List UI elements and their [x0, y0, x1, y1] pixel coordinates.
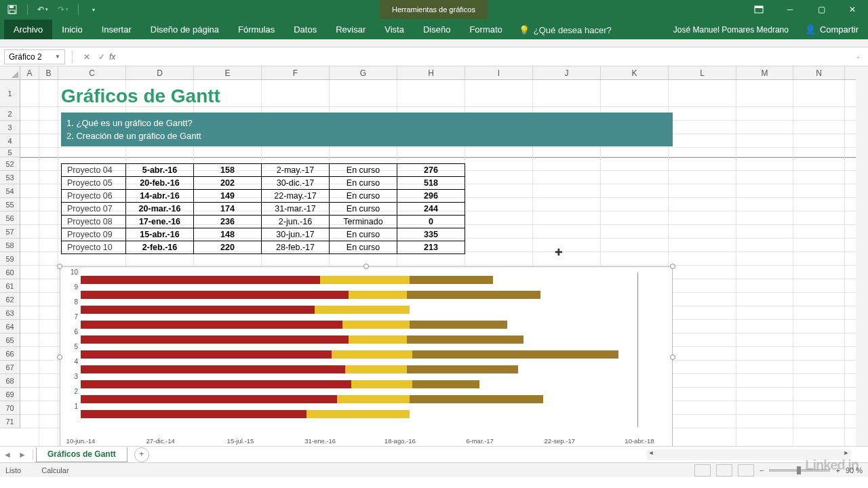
row-header-5[interactable]: 5 — [0, 148, 20, 157]
ribbon-tab-revisar[interactable]: Revisar — [326, 20, 375, 39]
row-header-65[interactable]: 65 — [0, 333, 20, 347]
row-header-1[interactable]: 1 — [0, 80, 20, 107]
chart-bar-segment[interactable] — [349, 291, 407, 299]
chart-bar-segment[interactable] — [81, 336, 349, 344]
accept-formula-icon[interactable]: ✓ — [94, 52, 109, 62]
ribbon-tab-formato[interactable]: Formato — [460, 20, 511, 39]
row-header-57[interactable]: 57 — [0, 225, 20, 239]
row-headers[interactable]: 1234552535455565758596061626364656667686… — [0, 80, 20, 428]
row-header-56[interactable]: 56 — [0, 211, 20, 225]
chart-handle[interactable] — [363, 264, 369, 269]
ribbon-tab-inicio[interactable]: Inicio — [52, 20, 92, 39]
chart-bar-segment[interactable] — [81, 365, 345, 373]
chart-bar-segment[interactable] — [351, 380, 412, 388]
chart-bar-segment[interactable] — [412, 350, 618, 359]
chart-bar-segment[interactable] — [410, 276, 493, 284]
chart-handle[interactable] — [57, 264, 62, 269]
row-header-4[interactable]: 4 — [0, 134, 20, 148]
page-break-view-icon[interactable] — [738, 464, 754, 476]
col-header-H[interactable]: H — [397, 66, 465, 79]
row-header-61[interactable]: 61 — [0, 279, 20, 293]
chart-handle[interactable] — [57, 354, 62, 360]
chart-bar-segment[interactable] — [412, 380, 479, 388]
cancel-formula-icon[interactable]: ✕ — [79, 52, 94, 62]
chart-bar-segment[interactable] — [81, 410, 307, 418]
chart-bar-segment[interactable] — [342, 321, 410, 329]
col-header-F[interactable]: F — [262, 66, 330, 79]
row-header-55[interactable]: 55 — [0, 198, 20, 211]
name-box-dropdown-icon[interactable]: ▼ — [55, 54, 60, 60]
ribbon-tab-diseño[interactable]: Diseño — [414, 20, 460, 39]
row-header-66[interactable]: 66 — [0, 347, 20, 361]
ribbon-tab-datos[interactable]: Datos — [284, 20, 326, 39]
col-header-N[interactable]: N — [793, 66, 845, 79]
row-header-71[interactable]: 71 — [0, 415, 20, 428]
row-header-67[interactable]: 67 — [0, 361, 20, 374]
row-header-63[interactable]: 63 — [0, 306, 20, 320]
minimize-icon[interactable]: ─ — [774, 0, 806, 19]
chart-bar-segment[interactable] — [407, 365, 518, 373]
tab-nav-prev-icon[interactable]: ◄ — [0, 450, 15, 460]
row-header-54[interactable]: 54 — [0, 184, 20, 198]
chart-bar-segment[interactable] — [407, 336, 524, 344]
ribbon-tab-diseño-de-página[interactable]: Diseño de página — [141, 20, 229, 39]
undo-icon[interactable]: ↶▾ — [35, 1, 51, 18]
normal-view-icon[interactable] — [694, 464, 711, 476]
chart-bar-segment[interactable] — [332, 350, 412, 359]
chart-bar-segment[interactable] — [320, 276, 410, 284]
chart-bar-segment[interactable] — [81, 380, 351, 388]
file-tab[interactable]: Archivo — [4, 20, 52, 39]
add-sheet-button[interactable]: + — [134, 447, 149, 462]
save-icon[interactable] — [4, 1, 20, 18]
ribbon-tab-fórmulas[interactable]: Fórmulas — [229, 20, 284, 39]
chart-handle[interactable] — [670, 264, 675, 269]
col-header-D[interactable]: D — [126, 66, 194, 79]
chart-plot-area[interactable] — [81, 272, 638, 427]
close-icon[interactable]: ✕ — [837, 0, 868, 19]
row-header-53[interactable]: 53 — [0, 171, 20, 184]
col-header-J[interactable]: J — [533, 66, 601, 79]
row-header-3[interactable]: 3 — [0, 121, 20, 134]
vertical-scrollbar[interactable] — [856, 66, 868, 446]
chart-bar-segment[interactable] — [81, 291, 349, 299]
expand-formula-bar-icon[interactable]: ⌄ — [856, 54, 868, 60]
row-header-58[interactable]: 58 — [0, 239, 20, 252]
col-header-E[interactable]: E — [194, 66, 262, 79]
row-header-68[interactable]: 68 — [0, 374, 20, 388]
col-header-M[interactable]: M — [736, 66, 793, 79]
chart-bar-segment[interactable] — [307, 410, 410, 418]
redo-icon[interactable]: ↷▾ — [55, 1, 71, 18]
user-name[interactable]: José Manuel Pomares Medrano — [667, 20, 795, 39]
row-header-70[interactable]: 70 — [0, 401, 20, 415]
select-all-corner[interactable] — [0, 66, 20, 79]
page-layout-view-icon[interactable] — [716, 464, 732, 476]
chart-bar-segment[interactable] — [81, 350, 332, 359]
maximize-icon[interactable]: ▢ — [806, 0, 837, 19]
chart-bar-segment[interactable] — [81, 306, 315, 314]
chart-bar-segment[interactable] — [81, 395, 337, 403]
row-header-62[interactable]: 62 — [0, 293, 20, 306]
zoom-out-icon[interactable]: − — [760, 466, 764, 474]
tell-me-search[interactable]: 💡 ¿Qué desea hacer? — [512, 21, 618, 39]
row-header-64[interactable]: 64 — [0, 320, 20, 333]
col-header-B[interactable]: B — [39, 66, 58, 79]
fx-icon[interactable]: fx — [109, 52, 115, 62]
column-headers[interactable]: ABCDEFGHIJKLMN — [0, 66, 856, 80]
col-header-C[interactable]: C — [58, 66, 126, 79]
chart-bar-segment[interactable] — [349, 336, 407, 344]
sheet-content[interactable]: Gráficos de Gantt 1. ¿Qué es un gráfico … — [20, 80, 856, 446]
chart-handle[interactable] — [670, 354, 675, 360]
name-box[interactable]: Gráfico 2 ▼ — [4, 49, 65, 64]
chart-bar-segment[interactable] — [337, 395, 410, 403]
chart-bar-segment[interactable] — [410, 321, 507, 329]
chart-bar-segment[interactable] — [410, 395, 543, 403]
chart-bar-segment[interactable] — [315, 306, 410, 314]
col-header-K[interactable]: K — [601, 66, 669, 79]
row-header-2[interactable]: 2 — [0, 107, 20, 121]
row-header-52[interactable]: 52 — [0, 157, 20, 171]
row-header-69[interactable]: 69 — [0, 388, 20, 401]
tab-nav-next-icon[interactable]: ► — [15, 450, 30, 460]
ribbon-options-icon[interactable] — [743, 0, 774, 19]
customize-qat-icon[interactable]: ▾ — [85, 1, 102, 18]
ribbon-tab-insertar[interactable]: Insertar — [92, 20, 141, 39]
